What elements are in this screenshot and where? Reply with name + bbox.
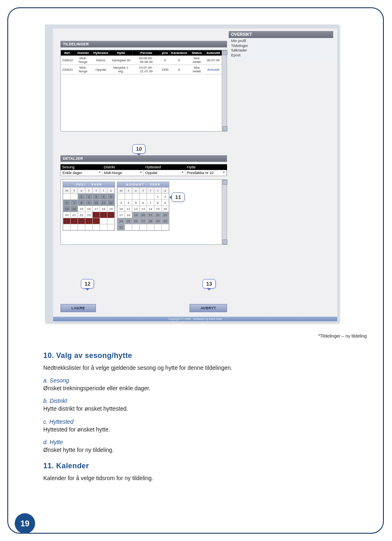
cell-hytte: Vangslia 1. etg.: [109, 65, 132, 74]
side-link-profil[interactable]: Min profil: [231, 39, 331, 44]
para-10: Nedtrekkslister for å velge gjeldende se…: [43, 364, 354, 371]
cell-ref: 220622: [61, 56, 74, 65]
tildelinger-title: TILDELINGER: [60, 41, 227, 47]
cell-karantene: 0: [170, 65, 189, 74]
cell-distrikt: Midt-Norge: [74, 65, 92, 74]
select-sesong[interactable]: Enkle dager: [61, 170, 102, 176]
cell-periode: 15.07.09 - 21.07.09: [133, 65, 160, 74]
cell-hyttested: Oppdal: [92, 65, 109, 74]
para-a: Ønsket trekningsperiode eller enkle dage…: [43, 385, 354, 392]
table-row[interactable]: 220622 Midt-Norge Røros Kjerkgata 30 03.…: [61, 56, 222, 65]
th-hytte: Hytte: [109, 50, 132, 56]
calendar-grid-august[interactable]: mtotfls 12 3456789 10111213141516 171819…: [117, 187, 169, 230]
calendar-august: AUGUST - 2009 mtotfls 12 3456789 1011121…: [117, 181, 169, 231]
th-periode: Periode: [133, 50, 160, 56]
sub-d: d. Hytte: [43, 439, 354, 445]
table-row[interactable]: 220621 Midt-Norge Oppdal Vangslia 1. etg…: [61, 65, 222, 74]
side-link-epost[interactable]: Epost: [231, 53, 331, 58]
side-link-soknader[interactable]: Søknader: [231, 48, 331, 53]
page-number-badge: 19: [15, 513, 35, 534]
para-c: Hyttested for ønsket hytte.: [43, 426, 354, 433]
button-bar: LAGRE AVBRYT: [60, 304, 227, 312]
calendar-title-august: AUGUST - 2009: [117, 182, 169, 187]
app-inner: OVERSIKT Min profil Tildelinger Søknader…: [53, 29, 337, 321]
oversikt-panel: OVERSIKT Min profil Tildelinger Søknader…: [229, 31, 333, 60]
copyright-bar: Copyright © 2008 - Software by Dark Data: [53, 317, 337, 321]
cell-periode: 03.08.09 - 05.08.09: [133, 56, 160, 65]
sub-b: b. Distrikt: [43, 398, 354, 404]
lbl-sesong: Sesong: [60, 164, 102, 170]
callout-13: 13: [203, 279, 216, 288]
calendar-july: JULI - 2009 mtotfls 12345 6789101112 131…: [62, 181, 115, 231]
cell-hyttested: Røros: [92, 56, 109, 65]
calendar-title-july: JULI - 2009: [63, 182, 115, 187]
lbl-hytte: Hytte: [185, 164, 227, 170]
avbestill-link[interactable]: Avbestill: [205, 65, 222, 74]
calendar-wrap: JULI - 2009 mtotfls 12345 6789101112 131…: [60, 179, 227, 245]
select-hyttested[interactable]: Oppdal: [144, 170, 185, 176]
document-body: 10. Valg av sesong/hytte Nedtrekkslister…: [43, 351, 354, 487]
table-header-row: Ref. Distrikt Hyttested Hytte Periode pr…: [61, 50, 222, 56]
select-hytte[interactable]: Prestløkka nr 10: [185, 170, 227, 176]
tildelinger-table: Ref. Distrikt Hyttested Hytte Periode pr…: [61, 50, 222, 74]
side-link-tildelinger[interactable]: Tildelinger: [231, 44, 331, 49]
callout-10: 10: [132, 144, 145, 154]
callout-11: 11: [172, 192, 185, 202]
filter-selects: Enkle dager Midt-Norge Oppdal Prestløkka…: [60, 170, 227, 176]
sub-c: c. Hyttested: [43, 418, 354, 425]
scrollbar[interactable]: [222, 50, 227, 131]
filter-header: Sesong Distrikt Hyttested Hytte: [60, 164, 227, 170]
avbryt-button[interactable]: AVBRYT: [189, 304, 227, 312]
callout-12: 12: [81, 279, 94, 288]
lagre-button[interactable]: LAGRE: [60, 304, 96, 312]
detaljer-panel: DETALJER Sesong Distrikt Hyttested Hytte…: [60, 155, 227, 245]
th-pris: pris: [160, 50, 170, 56]
cell-status: Ikke betalt: [189, 65, 205, 74]
cell-avbestilt: 09.07.09: [205, 56, 222, 65]
detaljer-title: DETALJER: [60, 155, 227, 162]
calendar-scrollbar[interactable]: [222, 180, 227, 244]
th-ref: Ref.: [61, 50, 74, 56]
cell-hytte: Kjerkgata 30: [109, 56, 132, 65]
tildelinger-panel: TILDELINGER Ref. Distrikt Hyttested Hytt…: [60, 41, 227, 132]
tildelinger-table-wrap: Ref. Distrikt Hyttested Hytte Periode pr…: [60, 50, 227, 132]
th-avbestilt: Avbestilt: [205, 50, 222, 56]
cell-status: Ikke betalt: [189, 56, 205, 65]
cell-ref: 220621: [61, 65, 74, 74]
th-hyttested: Hyttested: [92, 50, 109, 56]
sub-a: a. Sesong: [43, 377, 354, 384]
screenshot-caption: *Tildelinger – ny tildeling: [318, 333, 367, 338]
cell-karantene: 0: [170, 56, 189, 65]
lbl-distrikt: Distrikt: [102, 164, 144, 170]
app-screenshot: OVERSIKT Min profil Tildelinger Søknader…: [45, 25, 339, 323]
lbl-hyttested: Hyttested: [144, 164, 185, 170]
oversikt-links: Min profil Tildelinger Søknader Epost: [229, 38, 333, 60]
oversikt-title: OVERSIKT: [229, 31, 333, 38]
cell-pris: 0: [160, 56, 170, 65]
heading-10: 10. Valg av sesong/hytte: [43, 351, 354, 360]
cell-distrikt: Midt-Norge: [74, 56, 92, 65]
th-status: Status: [189, 50, 205, 56]
cell-pris: 1350: [160, 65, 170, 74]
para-b: Hytte distrikt for ønsket hyttested.: [43, 405, 354, 412]
para-d: Ønsket hytte for ny tildeling.: [43, 446, 354, 454]
calendar-grid-july[interactable]: mtotfls 12345 6789101112 13141516171819 …: [63, 187, 115, 230]
th-distrikt: Distrikt: [74, 50, 92, 56]
th-karantene: Karantene: [170, 50, 189, 56]
heading-11: 11. Kalender: [43, 462, 354, 470]
select-distrikt[interactable]: Midt-Norge: [102, 170, 144, 176]
para-11: Kalender for å velge tidsrom for ny tild…: [43, 474, 354, 482]
